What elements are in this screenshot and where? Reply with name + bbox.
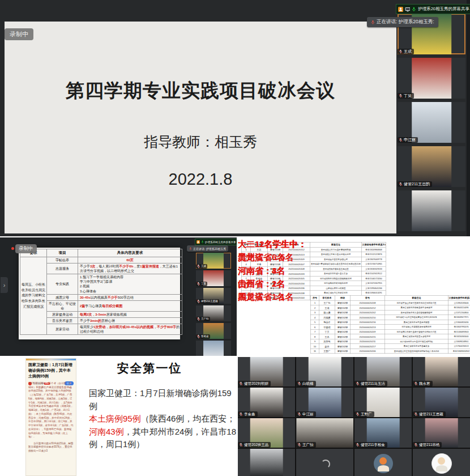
- participant-name: 白晓楠: [296, 381, 316, 386]
- participant-thumbnail[interactable]: 王成: [196, 253, 231, 269]
- participant-video: [203, 341, 224, 356]
- table-cell: 黑龙江省绥化市绥棱县绥中乡新发村: [384, 305, 448, 311]
- table-cell: 父亲/15706710965: [362, 262, 386, 267]
- speaking-tooltip-text: 正在讲话: 护理系20相玉秀:: [377, 19, 434, 26]
- table-cell: 王晶: [319, 334, 335, 339]
- record-dot-icon: [11, 247, 14, 250]
- share-banner-text: 护理系20相玉秀的屏幕共享: [205, 241, 236, 244]
- participant-thumbnail[interactable]: 魏永君: [413, 357, 470, 386]
- table-cell: 贵州省遵义市习水县程寨镇同民镇: [310, 247, 362, 252]
- table-cell: 黑龙江绥化市青冈县学府家园: [384, 320, 448, 325]
- highlighted-text: 不少于800字: [157, 325, 176, 329]
- participant-thumbnail[interactable]: 李金鑫: [238, 388, 295, 417]
- participant-grid: 健管202刘明妍白晓楠健管211马玉洁魏永君李金鑫申江丽王野广健管211王思颖健…: [238, 357, 470, 476]
- highlighted-text: 30-45s: [80, 296, 91, 299]
- participant-thumbnail[interactable]: 健管211韩艳: [413, 418, 470, 448]
- participant-thumbnail[interactable]: [196, 341, 231, 356]
- avatar-head: [379, 457, 387, 465]
- participant-video: [412, 190, 451, 231]
- summary-line: 河南省：4名: [238, 264, 307, 277]
- table-cell: 健管202班: [335, 344, 351, 349]
- column-header: 家庭住址: [384, 295, 448, 300]
- slide-teacher: 指导教师：相玉秀: [5, 133, 396, 151]
- table-cell: 山西省太原市万柏林区: [310, 286, 362, 291]
- mic-icon: [371, 20, 375, 25]
- table-cell: 贵州省遵义市正安县安场镇前进村解放组二单元204: [384, 348, 448, 354]
- table-row: 6申丽明健管202班2020000020213河南省商丘市梁园区谢集镇周庄村母/…: [310, 325, 470, 330]
- participant-thumbnail[interactable]: [238, 449, 295, 476]
- table-row: 3陈小康健管202班2020000020202贵州省安顺市紫云县猫营镇黄鹤营村父…: [310, 310, 470, 315]
- participant-thumbnail[interactable]: 健管202班王晶: [238, 418, 295, 448]
- participant-thumbnail[interactable]: 申江丽: [398, 102, 465, 143]
- table-cell: 母亲/13946313291: [362, 291, 386, 296]
- detail-cell: 每周2次，3-5min居家锻炼视频: [78, 311, 182, 317]
- table-cell: 健管202班: [335, 310, 351, 315]
- table-cell: 母亲/15019419512: [362, 271, 386, 277]
- table-cell: 黑龙江省牡丹江市绥芬河市: [310, 291, 362, 296]
- column-header: 项目: [47, 249, 78, 257]
- participant-thumbnail[interactable]: 王广怡: [196, 305, 231, 321]
- table-cell: 贵州省金沙县官田乡团山村: [310, 257, 362, 262]
- table-cell: 3: [310, 310, 319, 315]
- participant-thumbnail[interactable]: 白晓楠: [296, 357, 353, 386]
- avatar-body: [378, 465, 389, 471]
- participant-thumbnail[interactable]: [413, 449, 470, 476]
- summary-line: 黑龙江省：5名: [238, 250, 307, 264]
- table-cell: 黑龙江省安达市卧里屯乡胜平村: [384, 334, 448, 339]
- table-cell: 9: [310, 339, 319, 344]
- mic-icon: [412, 7, 416, 12]
- chevron-right-icon[interactable]: ›: [1, 277, 8, 293]
- participant-thumbnail[interactable]: [354, 449, 412, 476]
- table-row: 1王广怡健管202班2020000020208河南省平顶山市新华区西市场街道光明…: [310, 300, 470, 305]
- participant-thumbnail[interactable]: 健管211王思颖: [413, 388, 470, 417]
- participant-thumbnail[interactable]: 健管211李相金: [354, 418, 412, 448]
- table-cell: 贵州省安顺市紫云县猫营镇黄鹤营村: [384, 310, 448, 315]
- participant-thumbnail[interactable]: 丁昊: [196, 270, 231, 286]
- muted-mic-icon: [414, 412, 418, 416]
- speaking-tooltip-text: 正在讲话: 护理系20相玉秀: [193, 247, 226, 250]
- table-cell: 父/17604230513: [448, 344, 470, 349]
- highlighted-text: 2篇: [80, 304, 85, 308]
- table-cell: 父亲/13934641266: [362, 286, 386, 291]
- table-cell: 贵州省毕节市威宁县斗古乡: [310, 271, 362, 277]
- muted-mic-icon: [399, 94, 403, 98]
- participant-name: 健管211王思颖: [413, 411, 446, 417]
- table-cell: 2020000020210: [351, 315, 385, 320]
- text-segment: 国家卫健卫：1月7日新增确诊病例159例: [89, 388, 232, 411]
- participant-thumbnail[interactable]: [398, 190, 465, 231]
- column-header: 学生姓名: [319, 295, 335, 300]
- participant-name: 王野广: [354, 411, 374, 417]
- sidebar-scrollbar[interactable]: [467, 0, 470, 236]
- share-banner-text: 护理系20相玉秀的屏幕共享: [418, 6, 469, 12]
- participant-thumbnail[interactable]: 健管211王思颖: [196, 288, 231, 304]
- participant-grid-capture: 健管202刘明妍白晓楠健管211马玉洁魏永君李金鑫申江丽王野广健管211王思颖健…: [238, 357, 470, 476]
- participant-thumbnail[interactable]: 健管211马玉洁: [354, 357, 412, 386]
- column-header: 学号: [351, 295, 385, 300]
- requirements-table: 要求项目具体内容及要求每周五、小组长收齐组员当周完成的学习材料交给队长并向队长汇…: [20, 249, 182, 335]
- table-cell: 健管202班: [335, 325, 351, 330]
- table-cell: 2020000020206: [351, 348, 385, 354]
- table-cell: 2020000020212: [351, 305, 385, 311]
- table-row: 2王成健管202班2020000020212黑龙江省绥化市绥棱县绥中乡新发村母/…: [310, 305, 470, 311]
- participant-name: 李金鑫: [238, 411, 258, 417]
- screen-share-banner[interactable]: 护理系20相玉秀的屏幕共享: [195, 239, 237, 245]
- participant-thumbnail[interactable]: 申江丽: [296, 388, 353, 417]
- participant-thumbnail[interactable]: 李相金: [196, 323, 231, 339]
- news-body: 1月7日0—24时，31个省（自治区、直辖市）和新疆生产建设兵团报告新增确诊病例…: [28, 381, 74, 456]
- participant-video: [250, 449, 283, 476]
- avatar-head: [438, 457, 445, 465]
- table-cell: 贵州省遵义市务川县大坪镇大坪村: [310, 252, 362, 257]
- muted-mic-icon: [414, 443, 418, 447]
- table-cell: 陈小康: [319, 310, 335, 315]
- table-cell: 母/18043214096: [448, 305, 470, 311]
- participant-thumbnail[interactable]: 健管211王思韵: [398, 146, 465, 187]
- participant-thumbnail[interactable]: 健管202刘明妍: [238, 357, 295, 386]
- participant-thumbnail[interactable]: 王广怡: [296, 418, 353, 448]
- screen-share-banner[interactable]: 护理系20相玉秀的屏幕共享: [396, 4, 470, 14]
- muted-mic-icon: [297, 443, 301, 447]
- item-cell: 居家劳动: [47, 324, 78, 335]
- participant-thumbnail[interactable]: 王野广: [354, 388, 412, 417]
- participant-thumbnail[interactable]: 丁昊: [398, 58, 465, 99]
- participant-thumbnail[interactable]: [296, 449, 353, 476]
- highlighted-text: 3次: [90, 265, 95, 268]
